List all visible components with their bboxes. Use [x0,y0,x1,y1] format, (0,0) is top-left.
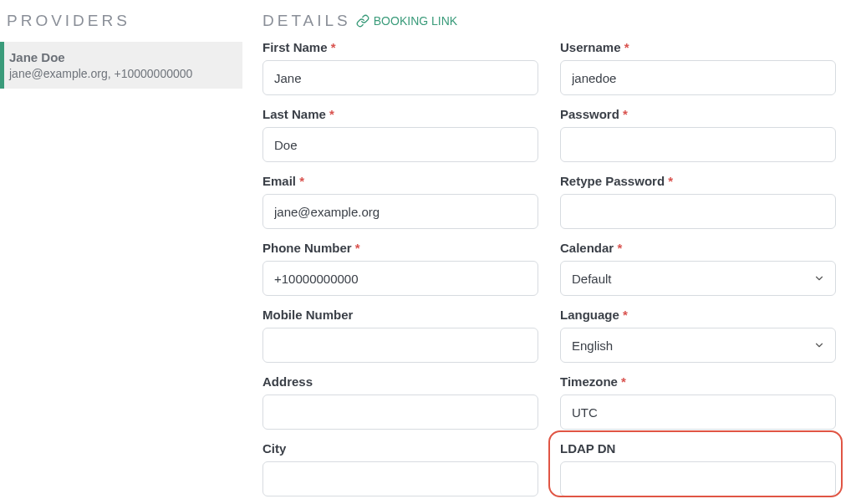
provider-meta: jane@example.org, +10000000000 [9,67,234,80]
label-email: Email * [262,174,538,188]
field-retype-password: Retype Password * [560,174,836,229]
label-address: Address [262,374,538,389]
field-timezone: Timezone * [560,374,836,430]
booking-link-label: BOOKING LINK [374,14,457,28]
field-city: City [262,441,538,496]
providers-title: PROVIDERS [0,12,242,42]
providers-sidebar: PROVIDERS Jane Doe jane@example.org, +10… [0,0,242,504]
label-username: Username * [560,40,836,54]
field-password: Password * [560,107,836,162]
link-icon [356,14,369,28]
field-mobile: Mobile Number [262,308,538,363]
field-last-name: Last Name * [262,107,538,162]
field-phone: Phone Number * [262,241,538,296]
ldap-dn-input[interactable] [560,461,836,496]
field-ldap-dn: LDAP DN [560,441,836,496]
field-calendar: Calendar * [560,241,836,296]
form-columns: First Name * Last Name * Email * Phone N… [262,40,836,504]
label-phone: Phone Number * [262,241,538,255]
label-city: City [262,441,538,456]
calendar-select[interactable] [560,261,836,296]
label-language: Language * [560,308,836,322]
label-first-name: First Name * [262,40,538,54]
label-calendar: Calendar * [560,241,836,255]
email-input[interactable] [262,194,538,229]
last-name-input[interactable] [262,127,538,162]
timezone-input[interactable] [560,395,836,430]
language-select[interactable] [560,328,836,363]
field-address: Address [262,374,538,430]
phone-input[interactable] [262,261,538,296]
field-first-name: First Name * [262,40,538,95]
details-header: DETAILS BOOKING LINK [262,12,836,30]
label-timezone: Timezone * [560,374,836,389]
form-col-left: First Name * Last Name * Email * Phone N… [262,40,538,504]
password-input[interactable] [560,127,836,162]
field-username: Username * [560,40,836,95]
details-title: DETAILS [262,12,351,30]
address-input[interactable] [262,395,538,430]
label-retype-password: Retype Password * [560,174,836,188]
field-language: Language * [560,308,836,363]
mobile-input[interactable] [262,328,538,363]
booking-link[interactable]: BOOKING LINK [356,14,457,28]
retype-password-input[interactable] [560,194,836,229]
details-panel: DETAILS BOOKING LINK First Name * Last N… [242,0,856,504]
provider-list-item[interactable]: Jane Doe jane@example.org, +10000000000 [0,42,242,89]
provider-name: Jane Doe [9,50,234,64]
label-mobile: Mobile Number [262,308,538,322]
username-input[interactable] [560,60,836,95]
field-email: Email * [262,174,538,229]
label-last-name: Last Name * [262,107,538,121]
form-col-right: Username * Password * Retype Password * … [560,40,836,504]
label-ldap-dn: LDAP DN [560,441,836,456]
city-input[interactable] [262,461,538,496]
first-name-input[interactable] [262,60,538,95]
label-password: Password * [560,107,836,121]
